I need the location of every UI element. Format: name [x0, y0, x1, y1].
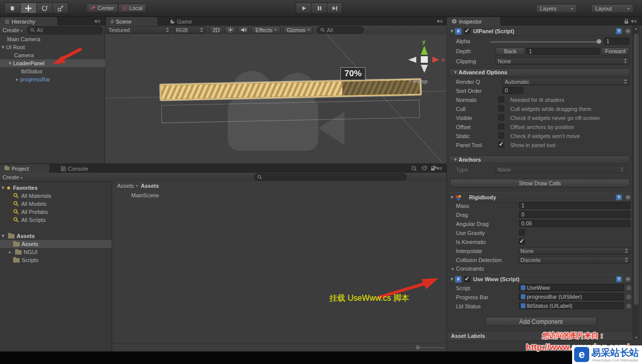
panel-menu-icon[interactable]: ▾≡: [631, 18, 637, 25]
rotate-tool-button[interactable]: [36, 3, 52, 14]
foldout-open-icon[interactable]: ▼: [0, 185, 6, 190]
step-button[interactable]: [327, 3, 342, 14]
favorites-root[interactable]: ▼★Favorites: [0, 184, 112, 192]
lock-icon[interactable]: [624, 19, 629, 24]
anchor-type-dropdown[interactable]: None: [495, 166, 626, 173]
axis-local-button[interactable]: Local: [118, 4, 146, 13]
2d-toggle-button[interactable]: 2D: [210, 26, 223, 34]
script-object-field[interactable]: UseWww: [519, 284, 624, 291]
visible-checkbox[interactable]: [498, 114, 504, 120]
shading-mode-dropdown[interactable]: Textured: [106, 26, 171, 34]
assets-root-folder[interactable]: ▼Assets: [0, 232, 112, 240]
layers-dropdown[interactable]: Layers ▾: [536, 4, 577, 13]
breadcrumb-current[interactable]: Assets: [141, 183, 159, 189]
tab-inspector[interactable]: i Inspector: [447, 17, 500, 26]
create-dropdown[interactable]: Create ▾: [3, 174, 23, 180]
offset-checkbox[interactable]: [498, 124, 504, 130]
foldout-open-icon[interactable]: ▼: [452, 157, 458, 162]
search-by-label-icon[interactable]: [421, 166, 427, 171]
mass-field[interactable]: 1: [519, 202, 630, 209]
gear-icon[interactable]: [625, 28, 631, 34]
gear-icon[interactable]: [625, 276, 631, 282]
breadcrumb-root[interactable]: Assets: [117, 183, 134, 189]
tab-scene[interactable]: # Scene: [106, 17, 157, 26]
y-axis-cone[interactable]: [421, 46, 428, 55]
render-channels-dropdown[interactable]: RGB: [173, 26, 206, 34]
scrollbar-thumb[interactable]: [633, 33, 639, 305]
foldout-closed-icon[interactable]: ▸: [7, 250, 13, 255]
uipanel-component-header[interactable]: ▼ # UIPanel (Script) ?: [447, 26, 642, 36]
hand-tool-button[interactable]: [4, 3, 20, 14]
favorite-all-scripts[interactable]: All Scripts: [0, 216, 125, 224]
object-picker-icon[interactable]: [626, 295, 631, 299]
drag-field[interactable]: 0: [519, 211, 630, 218]
foldout-open-icon[interactable]: ▼: [449, 195, 455, 200]
help-icon[interactable]: ?: [616, 194, 622, 200]
foldout-open-icon[interactable]: ▼: [449, 29, 455, 34]
clipping-dropdown[interactable]: None: [495, 57, 629, 65]
is-kinematic-checkbox[interactable]: [519, 238, 525, 245]
zoom-slider-track[interactable]: [418, 347, 444, 348]
folder-assets[interactable]: Assets: [0, 240, 125, 248]
folder-ngui[interactable]: ▸NGUI: [0, 248, 119, 256]
inspector-scrollbar[interactable]: ▲ ▼: [632, 26, 639, 340]
foldout-open-icon[interactable]: ▼: [452, 70, 458, 75]
neg-x-axis-cone[interactable]: [408, 57, 416, 63]
search-by-type-icon[interactable]: [411, 166, 417, 171]
render-q-dropdown[interactable]: Automatic: [502, 78, 629, 85]
create-dropdown[interactable]: Create ▾: [3, 27, 23, 33]
help-icon[interactable]: ?: [616, 28, 622, 34]
usewww-component-header[interactable]: ▼ # Use Www (Script) ?: [447, 274, 642, 284]
gizmo-center-cube[interactable]: [421, 56, 428, 63]
favorite-star-icon[interactable]: ★: [432, 164, 437, 171]
add-component-button[interactable]: Add Component: [485, 317, 597, 326]
normals-checkbox[interactable]: [498, 96, 504, 102]
project-search-input[interactable]: [254, 173, 407, 181]
x-axis-cone[interactable]: [432, 57, 439, 63]
foldout-open-icon[interactable]: ▼: [0, 233, 6, 238]
scroll-down-icon[interactable]: ▼: [634, 336, 638, 339]
foldout-closed-icon[interactable]: ▸: [14, 77, 20, 82]
interpolate-dropdown[interactable]: None: [518, 247, 630, 255]
depth-forward-button[interactable]: Forward: [601, 47, 629, 55]
constraints-foldout[interactable]: ▸Constraints: [450, 265, 484, 273]
alpha-slider-knob[interactable]: [597, 39, 601, 44]
tab-project[interactable]: Project: [0, 164, 49, 173]
lighting-toggle-button[interactable]: [225, 26, 236, 34]
move-tool-button[interactable]: [20, 3, 36, 14]
depth-back-button[interactable]: Back: [496, 47, 525, 55]
panel-menu-icon[interactable]: ▾≡: [95, 18, 101, 25]
object-picker-icon[interactable]: [626, 286, 631, 290]
neg-y-axis-cone[interactable]: [421, 65, 428, 73]
alpha-value-field[interactable]: 1: [604, 38, 629, 45]
asset-list-area[interactable]: MainScene: [112, 190, 446, 343]
scene-viewport[interactable]: 70% y x ‹ Persp: [105, 34, 446, 163]
alpha-slider-track[interactable]: [490, 41, 600, 43]
effects-dropdown[interactable]: Effects▾: [251, 26, 281, 34]
use-gravity-checkbox[interactable]: [519, 229, 525, 235]
help-icon[interactable]: ?: [616, 276, 622, 282]
favorite-all-prefabs[interactable]: All Prefabs: [0, 208, 125, 216]
scroll-up-icon[interactable]: ▲: [634, 27, 638, 30]
show-draw-calls-button[interactable]: Show Draw Calls: [450, 179, 630, 188]
pause-button[interactable]: [311, 3, 327, 14]
lbl-status-object-field[interactable]: lblStatus (UILabel): [519, 302, 624, 309]
panel-tool-checkbox[interactable]: [498, 142, 504, 148]
folder-scripts[interactable]: Scripts: [0, 256, 125, 264]
progressbar-widget[interactable]: [160, 79, 422, 101]
object-picker-icon[interactable]: [626, 304, 631, 308]
gizmos-dropdown[interactable]: Gizmos▾: [284, 26, 313, 34]
static-checkbox[interactable]: [498, 133, 504, 139]
foldout-open-icon[interactable]: ▼: [449, 277, 455, 282]
hierarchy-item-progressbar[interactable]: ▸progressBar: [0, 75, 119, 83]
angular-drag-field[interactable]: 0.05: [519, 220, 630, 227]
anchors-header[interactable]: ▼Anchors: [449, 156, 630, 164]
pivot-center-button[interactable]: Center: [86, 4, 118, 13]
scene-orientation-gizmo[interactable]: y x: [404, 37, 446, 77]
depth-value-field[interactable]: 1: [526, 48, 600, 55]
layout-dropdown[interactable]: Layout ▾: [591, 4, 633, 13]
advanced-options-header[interactable]: ▼Advanced Options: [449, 68, 630, 76]
foldout-open-icon[interactable]: ▼: [0, 45, 6, 50]
progress-bar-object-field[interactable]: progressBar (UISlider): [519, 293, 624, 300]
tab-game[interactable]: Game: [165, 17, 197, 26]
